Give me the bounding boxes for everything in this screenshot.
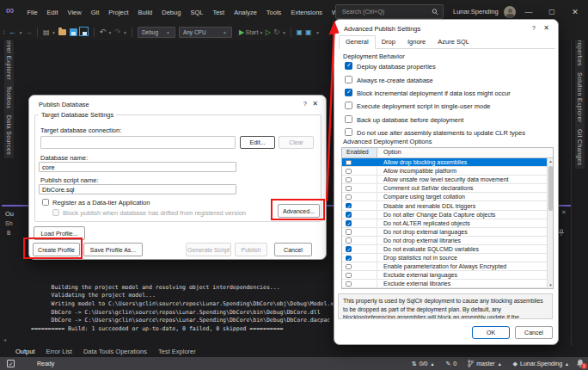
settings-tab[interactable]: General bbox=[339, 35, 376, 49]
close-button[interactable]: ✕ bbox=[565, 0, 585, 24]
option-checkbox[interactable] bbox=[346, 177, 352, 183]
option-checkbox[interactable] bbox=[346, 169, 352, 175]
sidebar-tab-git-changes[interactable]: Git Changes bbox=[575, 126, 585, 169]
new-project-dropdown-icon[interactable]: ▼ bbox=[52, 30, 56, 35]
table-row[interactable]: Comment out SetVar declarations bbox=[342, 184, 547, 193]
register-dac-label[interactable]: Register as a Data-tier Application bbox=[52, 199, 150, 207]
search-input[interactable]: Search (Ctrl+Q) bbox=[335, 4, 444, 19]
table-row[interactable]: Disable and reenable DDL triggers bbox=[342, 201, 547, 210]
help-icon[interactable]: ? bbox=[532, 24, 536, 32]
option-checkbox[interactable] bbox=[346, 281, 352, 287]
account-avatar[interactable] bbox=[504, 6, 516, 18]
menu-item[interactable]: Tools bbox=[261, 9, 286, 16]
menu-item[interactable]: Edit bbox=[42, 9, 63, 16]
sidebar-tab-solution-explorer[interactable]: Solution Explorer bbox=[575, 69, 585, 126]
script-name-field[interactable]: DbCore.sql bbox=[39, 184, 236, 194]
table-row[interactable]: Allow incompatible platform bbox=[342, 167, 547, 176]
panel-tab[interactable]: Data Tools Operations bbox=[83, 348, 147, 355]
sidebar-tab-data-sources[interactable]: Data Sources bbox=[4, 112, 14, 158]
table-row[interactable]: Do not evaluate SQLCMD variables bbox=[342, 245, 547, 254]
enabled-column-header[interactable]: Enabled bbox=[342, 148, 377, 157]
toolbar-grip[interactable]: ⁞⁞ bbox=[3, 28, 4, 36]
menu-item[interactable]: Build bbox=[133, 9, 157, 16]
navigate-back-icon[interactable]: ← bbox=[9, 24, 16, 40]
status-repo[interactable]: ◆ Lunar.Spending▲ bbox=[513, 361, 569, 367]
option-checkbox[interactable] bbox=[346, 160, 352, 166]
table-row[interactable]: Compare using target collation bbox=[342, 193, 547, 201]
status-pending-edits[interactable]: ✎ 0 bbox=[445, 361, 456, 367]
start-dropdown-icon[interactable]: ▼ bbox=[259, 30, 263, 35]
status-line-info[interactable]: ⇅ 0/0▲ bbox=[412, 361, 435, 367]
panel-tab[interactable]: Error List bbox=[46, 348, 72, 355]
scroll-down-icon[interactable]: ▼ bbox=[548, 283, 554, 287]
menu-item[interactable]: Git bbox=[86, 9, 104, 16]
table-row[interactable]: Drop statistics not in source bbox=[342, 254, 547, 262]
panel-close-icon[interactable]: ✕ bbox=[561, 209, 567, 216]
table-row[interactable]: Exclude external libraries bbox=[342, 280, 547, 288]
menu-item[interactable]: Analyze bbox=[230, 9, 262, 16]
edit-button[interactable]: Edit... bbox=[240, 136, 275, 149]
menu-item[interactable]: View bbox=[63, 9, 86, 16]
settings-tab[interactable]: Azure SQL bbox=[432, 36, 475, 48]
behavior-checkbox[interactable] bbox=[345, 128, 352, 136]
menu-item[interactable]: SQL bbox=[186, 9, 208, 16]
menu-item[interactable]: Test bbox=[208, 9, 230, 16]
table-row[interactable]: Exclude external languages bbox=[342, 271, 547, 280]
new-project-icon[interactable]: ▤ bbox=[43, 24, 50, 40]
panel-tab[interactable]: Output bbox=[15, 348, 35, 355]
option-checkbox[interactable] bbox=[346, 246, 352, 252]
navigate-back-dropdown-icon[interactable]: ▼ bbox=[18, 30, 22, 35]
solution-configuration-dropdown[interactable]: Debug▼ bbox=[138, 27, 175, 38]
start-without-debug-icon[interactable]: ▷ bbox=[266, 24, 271, 40]
table-row[interactable]: Do not drop external libraries bbox=[342, 237, 547, 245]
behavior-checkbox[interactable] bbox=[345, 62, 352, 70]
option-checkbox[interactable] bbox=[346, 273, 352, 279]
start-debug-label[interactable]: Start bbox=[246, 29, 259, 35]
db-name-field[interactable]: core bbox=[39, 162, 236, 172]
undo-icon[interactable]: ↶ bbox=[99, 24, 106, 40]
save-all-icon[interactable] bbox=[81, 28, 89, 36]
settings-tab[interactable]: Drop bbox=[376, 36, 401, 48]
register-dac-checkbox[interactable] bbox=[42, 199, 49, 206]
behavior-checkbox[interactable] bbox=[345, 89, 352, 96]
sidebar-tab-toolbox[interactable]: Toolbox bbox=[4, 83, 14, 112]
table-row[interactable]: Enable parameterization for Always Encry… bbox=[342, 262, 547, 271]
cancel-button[interactable]: Cancel bbox=[274, 243, 312, 256]
behavior-checkbox[interactable] bbox=[345, 115, 352, 123]
menu-item[interactable]: Debug bbox=[157, 9, 186, 16]
close-icon[interactable]: ✕ bbox=[312, 100, 318, 108]
menu-item[interactable]: Project bbox=[104, 9, 133, 16]
scroll-up-icon[interactable]: ▲ bbox=[548, 159, 554, 163]
table-row[interactable]: Do not ALTER replicated objects bbox=[342, 219, 547, 228]
close-icon[interactable]: ✕ bbox=[543, 24, 549, 32]
option-checkbox[interactable] bbox=[346, 264, 352, 270]
table-row[interactable]: Do not alter Change Data Capture objects bbox=[342, 211, 547, 219]
table-row[interactable]: Do not drop external languages bbox=[342, 228, 547, 237]
open-folder-icon[interactable] bbox=[58, 29, 66, 35]
help-icon[interactable]: ? bbox=[303, 100, 307, 108]
option-column-header[interactable]: Option bbox=[377, 148, 553, 157]
menu-item[interactable]: File bbox=[22, 9, 42, 16]
option-checkbox[interactable] bbox=[346, 220, 352, 226]
option-checkbox[interactable] bbox=[346, 256, 352, 262]
table-scrollbar[interactable]: ▲ ▼ bbox=[547, 158, 553, 288]
ok-button[interactable]: OK bbox=[472, 326, 510, 339]
behavior-checkbox[interactable] bbox=[345, 76, 352, 83]
option-checkbox[interactable] bbox=[346, 237, 352, 244]
save-icon[interactable] bbox=[70, 28, 77, 36]
save-profile-as-button[interactable]: Save Profile As... bbox=[83, 243, 143, 256]
option-checkbox[interactable] bbox=[346, 194, 352, 200]
table-row[interactable]: Allow unsafe row level security data mov… bbox=[342, 176, 547, 184]
cancel-button[interactable]: Cancel bbox=[515, 326, 553, 339]
behavior-checkbox[interactable] bbox=[345, 102, 352, 109]
status-branch[interactable]: master▲ bbox=[468, 360, 501, 367]
start-debug-icon[interactable]: ▶ bbox=[239, 24, 244, 40]
background-tasks-icon[interactable]: ✓ bbox=[7, 360, 15, 367]
notification-badge[interactable]: 1 bbox=[581, 363, 587, 369]
option-checkbox[interactable] bbox=[346, 186, 352, 192]
panel-pin-icon[interactable] bbox=[558, 229, 565, 237]
find-in-files-icon[interactable]: ▣ bbox=[296, 24, 303, 40]
settings-tab[interactable]: Ignore bbox=[401, 36, 432, 48]
option-checkbox[interactable] bbox=[346, 212, 352, 218]
option-checkbox[interactable] bbox=[346, 229, 352, 235]
